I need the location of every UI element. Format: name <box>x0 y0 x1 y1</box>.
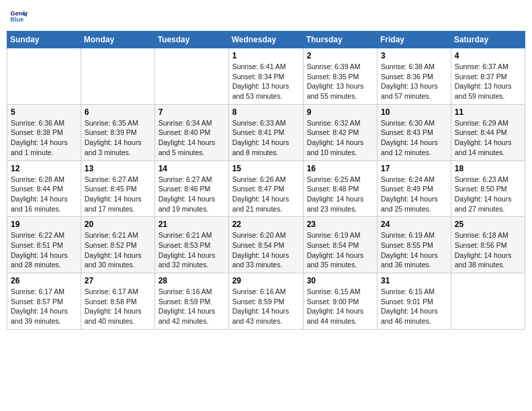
day-number: 31 <box>381 276 447 285</box>
day-number: 23 <box>307 220 373 229</box>
day-cell <box>154 48 228 105</box>
day-info: Sunrise: 6:24 AM Sunset: 8:49 PM Dayligh… <box>381 175 447 214</box>
day-cell: 23Sunrise: 6:19 AM Sunset: 8:54 PM Dayli… <box>303 217 377 273</box>
day-info: Sunrise: 6:19 AM Sunset: 8:54 PM Dayligh… <box>307 230 373 270</box>
day-cell <box>7 48 81 105</box>
day-cell: 16Sunrise: 6:25 AM Sunset: 8:48 PM Dayli… <box>303 161 377 217</box>
day-info: Sunrise: 6:32 AM Sunset: 8:42 PM Dayligh… <box>307 118 373 158</box>
day-number: 18 <box>455 164 521 173</box>
day-info: Sunrise: 6:23 AM Sunset: 8:50 PM Dayligh… <box>455 175 521 214</box>
weekday-header-sunday: Sunday <box>7 32 81 48</box>
day-info: Sunrise: 6:16 AM Sunset: 8:59 PM Dayligh… <box>232 287 300 326</box>
day-cell: 27Sunrise: 6:17 AM Sunset: 8:58 PM Dayli… <box>81 273 154 330</box>
day-cell: 7Sunrise: 6:34 AM Sunset: 8:40 PM Daylig… <box>154 104 228 161</box>
day-cell: 6Sunrise: 6:35 AM Sunset: 8:39 PM Daylig… <box>81 104 154 161</box>
day-number: 29 <box>232 276 300 285</box>
day-number: 13 <box>85 164 151 173</box>
day-info: Sunrise: 6:38 AM Sunset: 8:36 PM Dayligh… <box>381 62 447 101</box>
day-number: 20 <box>85 220 151 229</box>
day-cell: 28Sunrise: 6:16 AM Sunset: 8:59 PM Dayli… <box>154 273 228 330</box>
day-number: 28 <box>159 276 225 285</box>
day-info: Sunrise: 6:27 AM Sunset: 8:46 PM Dayligh… <box>159 175 225 214</box>
logo: General Blue <box>9 7 30 26</box>
week-row-4: 19Sunrise: 6:22 AM Sunset: 8:51 PM Dayli… <box>7 217 525 273</box>
week-row-3: 12Sunrise: 6:28 AM Sunset: 8:44 PM Dayli… <box>7 161 525 217</box>
day-info: Sunrise: 6:41 AM Sunset: 8:34 PM Dayligh… <box>232 62 300 101</box>
day-number: 1 <box>232 51 300 60</box>
day-info: Sunrise: 6:20 AM Sunset: 8:54 PM Dayligh… <box>232 230 300 270</box>
calendar-table: SundayMondayTuesdayWednesdayThursdayFrid… <box>7 31 525 330</box>
day-info: Sunrise: 6:27 AM Sunset: 8:45 PM Dayligh… <box>85 175 151 214</box>
day-info: Sunrise: 6:17 AM Sunset: 8:58 PM Dayligh… <box>85 287 151 326</box>
weekday-header-saturday: Saturday <box>451 32 525 48</box>
day-info: Sunrise: 6:36 AM Sunset: 8:38 PM Dayligh… <box>11 118 77 158</box>
day-cell: 18Sunrise: 6:23 AM Sunset: 8:50 PM Dayli… <box>451 161 525 217</box>
day-info: Sunrise: 6:18 AM Sunset: 8:56 PM Dayligh… <box>455 230 521 270</box>
day-info: Sunrise: 6:39 AM Sunset: 8:35 PM Dayligh… <box>307 62 373 101</box>
page-header: General Blue <box>7 7 525 26</box>
day-cell: 10Sunrise: 6:30 AM Sunset: 8:43 PM Dayli… <box>378 104 451 161</box>
week-row-5: 26Sunrise: 6:17 AM Sunset: 8:57 PM Dayli… <box>7 273 525 330</box>
day-cell: 25Sunrise: 6:18 AM Sunset: 8:56 PM Dayli… <box>451 217 525 273</box>
day-number: 8 <box>232 107 300 117</box>
day-info: Sunrise: 6:17 AM Sunset: 8:57 PM Dayligh… <box>11 287 77 326</box>
day-number: 22 <box>232 220 300 229</box>
weekday-header-wednesday: Wednesday <box>228 32 303 48</box>
day-number: 26 <box>11 276 77 285</box>
day-info: Sunrise: 6:25 AM Sunset: 8:48 PM Dayligh… <box>307 175 373 214</box>
day-cell: 15Sunrise: 6:26 AM Sunset: 8:47 PM Dayli… <box>228 161 303 217</box>
day-cell: 22Sunrise: 6:20 AM Sunset: 8:54 PM Dayli… <box>228 217 303 273</box>
day-cell: 9Sunrise: 6:32 AM Sunset: 8:42 PM Daylig… <box>303 104 377 161</box>
day-cell: 13Sunrise: 6:27 AM Sunset: 8:45 PM Dayli… <box>81 161 154 217</box>
day-number: 4 <box>455 51 521 60</box>
day-cell: 24Sunrise: 6:19 AM Sunset: 8:55 PM Dayli… <box>378 217 451 273</box>
day-cell: 3Sunrise: 6:38 AM Sunset: 8:36 PM Daylig… <box>378 48 451 105</box>
day-info: Sunrise: 6:33 AM Sunset: 8:41 PM Dayligh… <box>232 118 300 158</box>
weekday-header-thursday: Thursday <box>303 32 377 48</box>
day-info: Sunrise: 6:34 AM Sunset: 8:40 PM Dayligh… <box>159 118 225 158</box>
day-number: 25 <box>455 220 521 229</box>
day-number: 19 <box>11 220 77 229</box>
day-cell <box>451 273 525 330</box>
day-cell: 26Sunrise: 6:17 AM Sunset: 8:57 PM Dayli… <box>7 273 81 330</box>
day-cell: 8Sunrise: 6:33 AM Sunset: 8:41 PM Daylig… <box>228 104 303 161</box>
weekday-header-monday: Monday <box>81 32 154 48</box>
day-number: 21 <box>159 220 225 229</box>
day-cell: 20Sunrise: 6:21 AM Sunset: 8:52 PM Dayli… <box>81 217 154 273</box>
day-number: 10 <box>381 107 447 117</box>
day-number: 12 <box>11 164 77 173</box>
day-cell: 2Sunrise: 6:39 AM Sunset: 8:35 PM Daylig… <box>303 48 377 105</box>
day-number: 7 <box>159 107 225 117</box>
day-cell: 17Sunrise: 6:24 AM Sunset: 8:49 PM Dayli… <box>378 161 451 217</box>
day-number: 14 <box>159 164 225 173</box>
day-number: 15 <box>232 164 300 173</box>
day-number: 3 <box>381 51 447 60</box>
day-info: Sunrise: 6:35 AM Sunset: 8:39 PM Dayligh… <box>85 118 151 158</box>
day-cell: 5Sunrise: 6:36 AM Sunset: 8:38 PM Daylig… <box>7 104 81 161</box>
day-info: Sunrise: 6:30 AM Sunset: 8:43 PM Dayligh… <box>381 118 447 158</box>
day-number: 30 <box>307 276 373 285</box>
day-cell: 1Sunrise: 6:41 AM Sunset: 8:34 PM Daylig… <box>228 48 303 105</box>
day-number: 2 <box>307 51 373 60</box>
day-number: 16 <box>307 164 373 173</box>
day-cell: 29Sunrise: 6:16 AM Sunset: 8:59 PM Dayli… <box>228 273 303 330</box>
day-cell: 12Sunrise: 6:28 AM Sunset: 8:44 PM Dayli… <box>7 161 81 217</box>
svg-text:Blue: Blue <box>10 16 24 23</box>
day-info: Sunrise: 6:29 AM Sunset: 8:44 PM Dayligh… <box>455 118 521 158</box>
day-cell <box>81 48 154 105</box>
logo-icon: General Blue <box>9 7 28 26</box>
week-row-1: 1Sunrise: 6:41 AM Sunset: 8:34 PM Daylig… <box>7 48 525 105</box>
day-number: 11 <box>455 107 521 117</box>
day-number: 24 <box>381 220 447 229</box>
weekday-header-tuesday: Tuesday <box>154 32 228 48</box>
day-info: Sunrise: 6:15 AM Sunset: 9:01 PM Dayligh… <box>381 287 447 326</box>
day-number: 6 <box>85 107 151 117</box>
day-cell: 4Sunrise: 6:37 AM Sunset: 8:37 PM Daylig… <box>451 48 525 105</box>
day-cell: 11Sunrise: 6:29 AM Sunset: 8:44 PM Dayli… <box>451 104 525 161</box>
day-cell: 31Sunrise: 6:15 AM Sunset: 9:01 PM Dayli… <box>378 273 451 330</box>
day-number: 17 <box>381 164 447 173</box>
day-number: 5 <box>11 107 77 117</box>
weekday-header-friday: Friday <box>378 32 451 48</box>
day-cell: 14Sunrise: 6:27 AM Sunset: 8:46 PM Dayli… <box>154 161 228 217</box>
day-cell: 21Sunrise: 6:21 AM Sunset: 8:53 PM Dayli… <box>154 217 228 273</box>
